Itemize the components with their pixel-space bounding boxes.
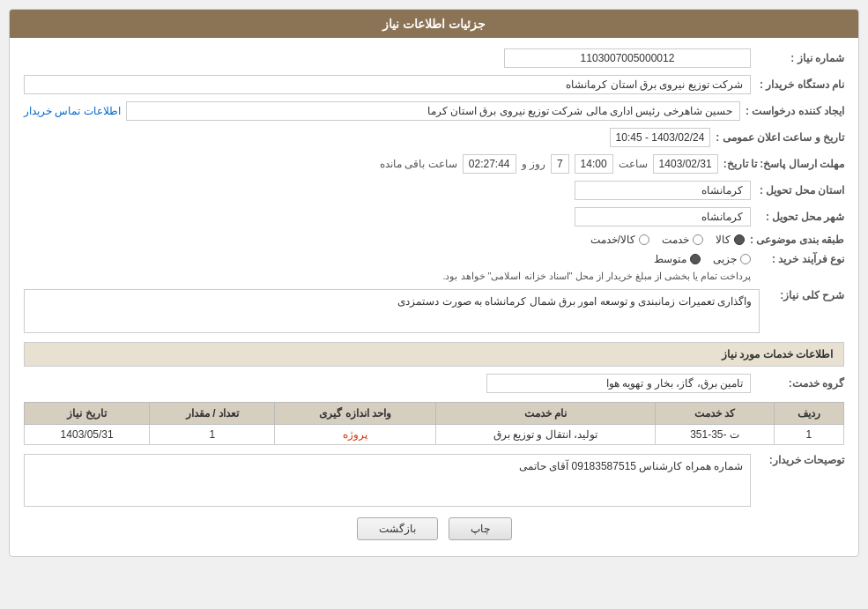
subject-khedmat-label: خدمت xyxy=(662,234,689,246)
subject-row: طبقه بندی موضوعی : کالا خدمت کالا/خدمت xyxy=(24,234,844,246)
process-motavasset-label: متوسط xyxy=(654,253,686,265)
col-header-date: تاریخ نیاز xyxy=(25,403,150,425)
announce-datetime-row: تاریخ و ساعت اعلان عمومی : 1403/02/24 - … xyxy=(24,128,844,147)
col-header-unit: واحد اندازه گیری xyxy=(275,403,435,425)
need-desc-value: واگذاری تعمیرات زمانبندی و توسعه امور بر… xyxy=(24,289,760,333)
process-desc: پرداخت تمام یا بخشی از مبلغ خریدار از مح… xyxy=(442,271,751,282)
deadline-time: 14:00 xyxy=(575,154,613,174)
cell-unit[interactable]: پروژه xyxy=(275,425,435,445)
process-label: نوع فرآیند خرید : xyxy=(756,253,844,265)
province-label: استان محل تحویل : xyxy=(756,184,844,197)
announce-datetime-value: 1403/02/24 - 10:45 xyxy=(610,128,711,147)
deadline-remaining-label: ساعت باقی مانده xyxy=(380,158,457,170)
city-row: شهر محل تحویل : کرمانشاه xyxy=(24,207,844,227)
requester-row: ایجاد کننده درخواست : حسین شاهرخی رئیس ا… xyxy=(24,101,844,121)
buyer-org-label: نام دستگاه خریدار : xyxy=(756,78,844,91)
deadline-days: 7 xyxy=(551,154,569,174)
subject-radio-kala xyxy=(734,234,745,245)
col-header-row: ردیف xyxy=(774,403,843,425)
announce-datetime-label: تاریخ و ساعت اعلان عمومی : xyxy=(716,131,844,144)
print-button[interactable]: چاپ xyxy=(449,517,512,540)
services-section-header: اطلاعات خدمات مورد نیاز xyxy=(24,342,844,367)
table-header-row: ردیف کد خدمت نام خدمت واحد اندازه گیری ت… xyxy=(25,403,844,425)
services-table: ردیف کد خدمت نام خدمت واحد اندازه گیری ت… xyxy=(24,402,844,445)
requester-value: حسین شاهرخی رئیس اداری مالی شرکت توزیع ن… xyxy=(126,101,740,121)
buttons-row: چاپ بازگشت xyxy=(24,517,844,540)
process-option-motavasset[interactable]: متوسط xyxy=(654,253,701,265)
table-row: 1 ت -35-351 تولید، انتقال و توزیع برق پر… xyxy=(25,425,844,445)
need-number-label: شماره نیاز : xyxy=(756,52,844,64)
requester-label: ایجاد کننده درخواست : xyxy=(746,105,844,117)
col-header-qty: تعداد / مقدار xyxy=(150,403,275,425)
contact-link[interactable]: اطلاعات تماس خریدار xyxy=(24,105,121,117)
buyer-desc-value: شماره همراه کارشناس 09183587515 آقای حات… xyxy=(24,454,751,507)
col-header-code: کد خدمت xyxy=(656,403,774,425)
subject-options: کالا خدمت کالا/خدمت xyxy=(590,234,745,246)
main-card: جزئیات اطلاعات نیاز شماره نیاز : 1103007… xyxy=(9,9,859,557)
process-option-jozi[interactable]: جزیی xyxy=(713,253,751,265)
card-body: شماره نیاز : 1103007005000012 نام دستگاه… xyxy=(10,38,858,556)
need-number-row: شماره نیاز : 1103007005000012 xyxy=(24,48,844,68)
subject-label: طبقه بندی موضوعی : xyxy=(750,234,844,246)
deadline-days-label: روز و xyxy=(522,158,545,170)
deadline-remaining: 02:27:44 xyxy=(463,154,516,174)
page-title: جزئیات اطلاعات نیاز xyxy=(382,17,486,31)
buyer-desc-label: توصیحات خریدار: xyxy=(756,454,844,466)
cell-qty: 1 xyxy=(150,425,275,445)
process-radio-jozi xyxy=(740,254,751,264)
province-row: استان محل تحویل : کرمانشاه xyxy=(24,181,844,200)
need-desc-label: شرح کلی نیاز: xyxy=(765,289,844,301)
subject-kala-label: کالا xyxy=(716,234,731,246)
card-header: جزئیات اطلاعات نیاز xyxy=(10,10,858,38)
subject-radio-khedmat xyxy=(693,234,703,245)
col-header-name: نام خدمت xyxy=(435,403,656,425)
deadline-label: مهلت ارسال پاسخ: تا تاریخ: xyxy=(723,158,844,170)
cell-row: 1 xyxy=(774,425,843,445)
subject-option-kala[interactable]: کالا xyxy=(716,234,745,246)
buyer-org-row: نام دستگاه خریدار : شرکت توزیع نیروی برق… xyxy=(24,75,844,94)
deadline-time-label: ساعت xyxy=(619,158,648,170)
city-label: شهر محل تحویل : xyxy=(756,211,844,223)
deadline-row: مهلت ارسال پاسخ: تا تاریخ: 1403/02/31 سا… xyxy=(24,154,844,174)
deadline-date: 1403/02/31 xyxy=(653,154,718,174)
buyer-org-value: شرکت توزیع نیروی برق استان کرمانشاه xyxy=(24,75,751,94)
buyer-desc-row: توصیحات خریدار: شماره همراه کارشناس 0918… xyxy=(24,454,844,507)
service-group-row: گروه خدمت: تامین برق، گاز، بخار و تهویه … xyxy=(24,374,844,393)
subject-radio-kala-khedmat xyxy=(639,234,649,245)
process-main-row: جزیی متوسط xyxy=(442,253,751,265)
need-number-value: 1103007005000012 xyxy=(504,48,751,68)
subject-kala-khedmat-label: کالا/خدمت xyxy=(590,234,635,246)
cell-code: ت -35-351 xyxy=(656,425,774,445)
process-row: نوع فرآیند خرید : جزیی متوسط پرداخت تمام… xyxy=(24,253,844,282)
cell-date: 1403/05/31 xyxy=(25,425,150,445)
need-desc-row: شرح کلی نیاز: واگذاری تعمیرات زمانبندی و… xyxy=(24,289,844,333)
process-radio-motavasset xyxy=(690,254,701,264)
process-options: جزیی متوسط پرداخت تمام یا بخشی از مبلغ خ… xyxy=(442,253,751,282)
subject-option-kala-khedmat[interactable]: کالا/خدمت xyxy=(590,234,649,246)
service-group-value: تامین برق، گاز، بخار و تهویه هوا xyxy=(486,374,751,393)
back-button[interactable]: بازگشت xyxy=(357,517,438,540)
cell-name: تولید، انتقال و توزیع برق xyxy=(435,425,656,445)
province-value: کرمانشاه xyxy=(575,181,751,200)
process-jozi-label: جزیی xyxy=(713,253,737,265)
page-wrapper: جزئیات اطلاعات نیاز شماره نیاز : 1103007… xyxy=(0,0,868,609)
subject-option-khedmat[interactable]: خدمت xyxy=(662,234,703,246)
service-group-label: گروه خدمت: xyxy=(756,377,844,390)
city-value: کرمانشاه xyxy=(575,207,751,227)
